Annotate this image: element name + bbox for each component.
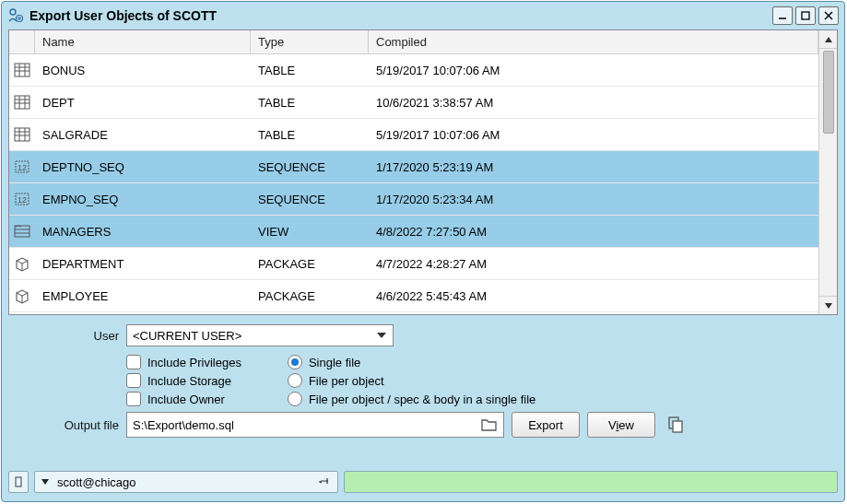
table-row[interactable]: DEPTTABLE10/6/2021 3:38:57 AM <box>9 87 818 119</box>
sequence-icon: 12 <box>9 158 35 175</box>
cell-compiled: 4/7/2022 4:28:27 AM <box>369 257 818 271</box>
column-header-name[interactable]: Name <box>35 30 251 53</box>
cell-type: PACKAGE <box>251 257 369 271</box>
cell-name: BONUS <box>35 64 251 77</box>
svg-rect-30 <box>16 477 21 486</box>
package-icon <box>9 255 35 272</box>
table-icon <box>9 62 35 78</box>
include-privileges-checkbox[interactable]: Include Privileges <box>126 355 241 369</box>
statusbar: scott@chicago <box>8 468 838 496</box>
table-row[interactable]: DEPARTMENTPACKAGE4/7/2022 4:28:27 AM <box>9 248 818 280</box>
cell-type: TABLE <box>251 64 369 77</box>
cell-type: PACKAGE <box>251 289 369 303</box>
cell-compiled: 5/19/2017 10:07:06 AM <box>369 128 818 142</box>
include-privileges-label: Include Privileges <box>147 356 241 369</box>
objects-grid[interactable]: Name Type Compiled BONUSTABLE5/19/2017 1… <box>8 29 838 315</box>
table-row[interactable]: 12DEPTNO_SEQSEQUENCE1/17/2020 5:23:19 AM <box>9 151 818 183</box>
app-icon <box>7 7 24 24</box>
svg-rect-29 <box>673 421 682 432</box>
cell-name: EMPNO_SEQ <box>35 193 251 206</box>
include-storage-checkbox[interactable]: Include Storage <box>126 373 241 388</box>
connection-text: scott@chicago <box>57 475 135 489</box>
close-button[interactable] <box>818 6 839 25</box>
cell-name: DEPARTMENT <box>35 257 251 271</box>
output-file-label: Output file <box>16 418 119 432</box>
table-row[interactable]: MANAGERSVIEW4/8/2022 7:27:50 AM <box>9 216 818 248</box>
cell-compiled: 5/19/2017 10:07:06 AM <box>369 64 818 77</box>
svg-point-0 <box>10 9 16 15</box>
scroll-down-icon[interactable] <box>819 296 837 314</box>
column-header-icon[interactable] <box>9 30 35 53</box>
svg-rect-16 <box>15 128 29 141</box>
file-per-object-spec-label: File per object / spec & body in a singl… <box>309 393 535 406</box>
table-icon <box>9 94 35 111</box>
cell-name: DEPT <box>35 96 251 110</box>
single-file-label: Single file <box>309 356 360 369</box>
cell-name: EMPLOYEE <box>35 289 251 303</box>
cell-compiled: 1/17/2020 5:23:34 AM <box>369 193 818 206</box>
chevron-down-icon <box>376 330 387 341</box>
file-per-object-label: File per object <box>309 374 384 388</box>
sequence-icon: 12 <box>9 191 35 207</box>
pin-icon[interactable] <box>319 475 332 488</box>
cell-compiled: 4/6/2022 5:45:43 AM <box>369 289 818 303</box>
scroll-up-icon[interactable] <box>819 30 837 49</box>
scroll-thumb[interactable] <box>823 51 834 134</box>
svg-rect-3 <box>802 12 809 19</box>
table-row[interactable]: BONUSTABLE5/19/2017 10:07:06 AM <box>9 54 818 87</box>
svg-text:12: 12 <box>18 195 27 205</box>
grid-scrollbar[interactable] <box>818 30 837 314</box>
status-connection[interactable]: scott@chicago <box>34 471 338 493</box>
cell-name: SALGRADE <box>35 128 251 142</box>
column-header-type[interactable]: Type <box>251 30 369 53</box>
cell-compiled: 4/8/2022 7:27:50 AM <box>369 225 818 239</box>
svg-rect-25 <box>15 226 29 237</box>
titlebar: Export User Objects of SCOTT <box>2 2 844 29</box>
window-title: Export User Objects of SCOTT <box>29 8 767 23</box>
browse-folder-button[interactable] <box>478 415 500 435</box>
include-owner-label: Include Owner <box>147 393 225 406</box>
output-file-input[interactable]: S:\Export\demo.sql <box>126 412 504 438</box>
maximize-button[interactable] <box>795 6 816 25</box>
svg-rect-6 <box>15 64 29 76</box>
options-form: User <CURRENT USER> Include Privileges <box>8 315 838 443</box>
output-file-value: S:\Export\demo.sql <box>133 418 234 432</box>
cell-type: TABLE <box>251 128 369 142</box>
column-header-compiled[interactable]: Compiled <box>369 30 818 53</box>
cell-compiled: 10/6/2021 3:38:57 AM <box>369 96 818 110</box>
cell-type: TABLE <box>251 96 369 110</box>
file-per-object-spec-radio[interactable]: File per object / spec & body in a singl… <box>288 392 535 406</box>
cell-type: VIEW <box>251 225 369 239</box>
cell-name: DEPTNO_SEQ <box>35 160 251 174</box>
file-per-object-radio[interactable]: File per object <box>288 373 535 388</box>
svg-rect-11 <box>15 96 29 109</box>
include-owner-checkbox[interactable]: Include Owner <box>126 392 241 406</box>
package-icon <box>9 287 35 304</box>
copy-button[interactable] <box>663 412 688 438</box>
minimize-button[interactable] <box>772 6 793 25</box>
view-button[interactable]: View <box>587 412 655 438</box>
user-combobox[interactable]: <CURRENT USER> <box>126 324 394 346</box>
menu-arrow-icon <box>41 477 50 486</box>
user-label: User <box>16 329 119 343</box>
user-value: <CURRENT USER> <box>133 329 241 343</box>
app-window: Export User Objects of SCOTT Name Type C… <box>1 1 845 502</box>
table-row[interactable]: SALGRADETABLE5/19/2017 10:07:06 AM <box>9 119 818 151</box>
export-button[interactable]: Export <box>512 412 580 438</box>
svg-text:12: 12 <box>18 163 27 172</box>
include-storage-label: Include Storage <box>147 374 231 388</box>
status-progress-bar <box>344 471 838 493</box>
view-icon <box>9 223 35 240</box>
status-activity-indicator <box>8 471 29 493</box>
cell-type: SEQUENCE <box>251 160 369 174</box>
table-icon <box>9 126 35 143</box>
single-file-radio[interactable]: Single file <box>288 355 535 369</box>
grid-header-row: Name Type Compiled <box>9 30 818 54</box>
table-row[interactable]: EMPLOYEEPACKAGE4/6/2022 5:45:43 AM <box>9 280 818 312</box>
cell-name: MANAGERS <box>35 225 251 239</box>
cell-compiled: 1/17/2020 5:23:19 AM <box>369 160 818 174</box>
table-row[interactable]: 12EMPNO_SEQSEQUENCE1/17/2020 5:23:34 AM <box>9 183 818 216</box>
cell-type: SEQUENCE <box>251 193 369 206</box>
